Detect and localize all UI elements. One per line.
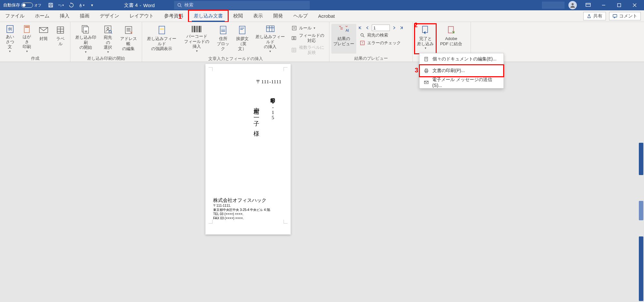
tab-file[interactable]: ファイル xyxy=(0,10,30,22)
titlebar-left: 自動保存 オフ ▾ ▾ ▾ xyxy=(0,2,95,8)
titlebar-right xyxy=(542,0,644,10)
tab-view[interactable]: 表示 xyxy=(248,10,268,22)
svg-rect-22 xyxy=(159,26,165,34)
pdf-icon xyxy=(446,25,457,36)
user-avatar[interactable] xyxy=(568,1,577,9)
svg-rect-11 xyxy=(25,26,26,27)
svg-rect-44 xyxy=(448,26,453,33)
tab-references[interactable]: 参考資料 xyxy=(159,10,189,22)
tab-help[interactable]: ヘルプ xyxy=(288,10,313,22)
svg-rect-6 xyxy=(618,4,621,7)
share-icon xyxy=(587,14,591,18)
menu-edit-individual-docs[interactable]: 個々のドキュメントの編集(E)... xyxy=(420,53,504,65)
svg-rect-2 xyxy=(49,5,52,7)
touch-icon[interactable]: ▾ xyxy=(79,2,85,8)
edit-recipient-list-button[interactable]: アドレス帳 の編集 xyxy=(117,24,140,54)
corner-marker xyxy=(209,67,213,71)
scrollbar-thumb[interactable] xyxy=(639,143,643,175)
close-icon[interactable] xyxy=(627,0,642,10)
menu-print-documents[interactable]: 文書の印刷(P)... xyxy=(420,65,504,77)
svg-rect-1 xyxy=(50,3,52,5)
svg-rect-25 xyxy=(193,26,193,32)
svg-text:ABC: ABC xyxy=(346,28,349,32)
greeting-icon: 例 xyxy=(5,25,16,34)
ribbon-tabs: ファイル ホーム 挿入 描画 デザイン レイアウト 参考資料 差し込み文書 校閲… xyxy=(0,10,644,22)
envelope-page[interactable]: 〒111-1111 〇〇県〇〇市〇〇町 1-15 蜜柑 一子 様 株式会社オフィ… xyxy=(205,64,291,234)
maximize-icon[interactable] xyxy=(612,0,627,10)
rules-icon xyxy=(291,25,297,31)
svg-point-3 xyxy=(178,4,181,6)
undo-icon[interactable]: ▾ xyxy=(58,2,64,8)
tab-developer[interactable]: 開発 xyxy=(268,10,288,22)
tab-mailings[interactable]: 差し込み文書 xyxy=(189,10,228,22)
svg-rect-23 xyxy=(160,28,164,30)
tab-insert[interactable]: 挿入 xyxy=(55,10,75,22)
hagaki-button[interactable]: はがき 印刷▾ xyxy=(19,24,35,54)
find-recipient-button[interactable]: 宛先の検索 xyxy=(358,32,409,39)
next-record-icon[interactable] xyxy=(392,25,397,30)
check-errors-button[interactable]: エラーのチェック xyxy=(358,39,409,47)
prev-record-icon[interactable] xyxy=(365,25,370,30)
minimize-icon[interactable] xyxy=(596,0,611,10)
label-icon xyxy=(55,25,66,36)
barcode-field-button[interactable]: バーコード フィールドの挿入▾ xyxy=(181,24,213,54)
address-block-button[interactable]: 住所 ブロック xyxy=(214,24,232,54)
share-button[interactable]: 共有 xyxy=(583,12,606,20)
select-recipients-button[interactable]: 宛先の 選択▾ xyxy=(100,24,116,54)
tab-home[interactable]: ホーム xyxy=(30,10,55,22)
svg-rect-35 xyxy=(266,26,274,32)
qat-customize-icon[interactable]: ▾ xyxy=(89,2,95,8)
svg-rect-47 xyxy=(425,69,427,70)
group-start-merge: 差し込み印刷 の開始▾ 宛先の 選択▾ アドレス帳 の編集 差し込み印刷の開始 xyxy=(70,22,142,62)
search-box[interactable]: 検索 xyxy=(174,1,310,9)
svg-rect-27 xyxy=(196,26,196,32)
merge-to-pdf-button[interactable]: Adobe PDF に結合 xyxy=(437,24,465,54)
preview-results-button[interactable]: ABC 結果の プレビュー xyxy=(331,24,356,54)
record-number-input[interactable] xyxy=(372,25,390,31)
start-mail-merge-button[interactable]: 差し込み印刷 の開始▾ xyxy=(72,24,99,54)
tab-acrobat[interactable]: Acrobat xyxy=(313,10,340,22)
save-icon[interactable] xyxy=(48,2,54,8)
redo-icon[interactable] xyxy=(68,2,74,8)
tab-layout[interactable]: レイアウト xyxy=(124,10,159,22)
record-navigator xyxy=(358,25,409,31)
insert-merge-field-button[interactable]: 差し込みフィールド の挿入▾ xyxy=(253,24,288,54)
recipient-name: 蜜柑 一子 様 xyxy=(251,103,262,161)
highlight-fields-button[interactable]: 差し込みフィールド の強調表示 xyxy=(144,24,180,54)
svg-rect-29 xyxy=(198,26,198,32)
last-record-icon[interactable] xyxy=(399,25,404,30)
greeting-line-icon xyxy=(237,25,248,36)
scrollbar-thumb[interactable] xyxy=(639,201,643,220)
tab-draw[interactable]: 描画 xyxy=(75,10,95,22)
signin-placeholder[interactable] xyxy=(542,2,565,9)
match-fields-button[interactable]: フィールドの対応 xyxy=(289,32,327,44)
scrollbar-thumb[interactable] xyxy=(639,236,643,301)
svg-rect-26 xyxy=(194,26,195,32)
hagaki-icon xyxy=(21,25,32,34)
rules-button[interactable]: ルール▾ xyxy=(289,25,327,32)
envelope-button[interactable]: 封筒 xyxy=(36,24,51,54)
update-labels-icon xyxy=(291,47,296,53)
comment-button[interactable]: コメント xyxy=(609,12,641,20)
first-record-icon[interactable] xyxy=(358,25,363,30)
ribbon-display-icon[interactable] xyxy=(581,0,596,10)
tab-design[interactable]: デザイン xyxy=(95,10,124,22)
edit-list-icon xyxy=(123,25,134,36)
group-write-insert: 差し込みフィールド の強調表示 バーコード フィールドの挿入▾ 住所 ブロック … xyxy=(142,22,329,62)
sender-block: 株式会社オフィスハック 〒111-1111. 東京都中央区中央 3-25-4 中… xyxy=(213,197,271,220)
greeting-button[interactable]: 例 あいさつ 文▾ xyxy=(2,24,18,54)
autosave-toggle[interactable]: 自動保存 オフ xyxy=(3,2,41,8)
menu-send-email[interactable]: 電子メール メッセージの送信(S)... xyxy=(420,77,504,88)
label-button[interactable]: ラベル xyxy=(53,24,68,54)
sender-fax: FAX 03 (××××) ××××. xyxy=(213,216,271,220)
finish-merge-icon xyxy=(420,25,431,36)
sender-company: 株式会社オフィスハック xyxy=(213,197,271,203)
svg-point-19 xyxy=(107,27,109,29)
greeting-line-button[interactable]: 挨拶文 （英文） xyxy=(233,24,251,54)
finish-and-merge-button[interactable]: 完了と 差し込み▾ xyxy=(415,24,436,54)
barcode-icon xyxy=(191,25,202,33)
svg-text:例: 例 xyxy=(8,27,12,31)
corner-marker xyxy=(209,220,213,224)
tab-review[interactable]: 校閲 xyxy=(228,10,248,22)
document-canvas[interactable]: 〒111-1111 〇〇県〇〇市〇〇町 1-15 蜜柑 一子 様 株式会社オフィ… xyxy=(0,62,644,302)
